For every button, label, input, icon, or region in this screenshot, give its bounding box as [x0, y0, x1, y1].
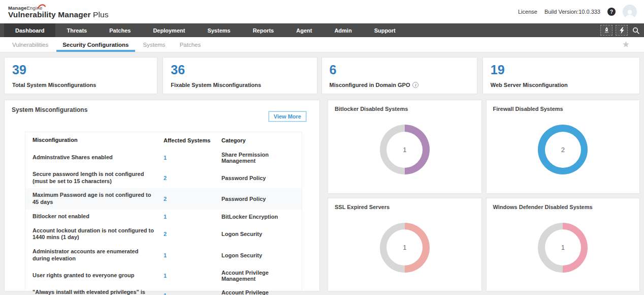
chart-title: Bitlocker Disabled Systems — [335, 106, 475, 112]
nav-tab-systems[interactable]: Systems — [196, 23, 241, 37]
donut-chart[interactable]: 2 — [538, 125, 588, 174]
favorite-star-icon[interactable]: ★ — [622, 39, 630, 50]
table-row: Adminstrative Shares enabled1Share Permi… — [25, 148, 302, 167]
dashboard-content: 39Total System Misconfigurations36Fixabl… — [0, 52, 644, 291]
affected-systems-link[interactable]: 1 — [164, 252, 167, 258]
category-cell: Account Privilege Management — [221, 270, 302, 282]
donut-center-value: 1 — [387, 229, 423, 266]
misconfiguration-name: User rights granted to everyone group — [25, 272, 164, 279]
sub-nav: VulnerabilitiesSecurity ConfigurationsSy… — [0, 37, 644, 52]
misconfiguration-name: Account lockout duration is not configur… — [25, 227, 164, 242]
view-more-button[interactable]: View More — [269, 111, 306, 122]
search-icon[interactable] — [631, 27, 641, 34]
donut-center-value: 1 — [545, 229, 581, 266]
whats-new-rocket-icon[interactable] — [600, 25, 613, 36]
stat-value: 39 — [12, 63, 149, 77]
donut-chart-area: 1 — [493, 210, 633, 286]
table-header-row: Misconfiguration Affected Systems Catego… — [25, 132, 302, 148]
affected-systems-cell: 2 — [164, 175, 221, 181]
affected-systems-cell: 1 — [164, 214, 221, 220]
nav-tab-admin[interactable]: Admin — [323, 23, 363, 37]
affected-systems-cell: 1 — [164, 252, 221, 258]
stat-label: Misconfigured in Domain GPOi — [330, 82, 469, 88]
donut-center-value: 2 — [545, 132, 581, 168]
stat-label: Total System Misconfigurations — [12, 82, 149, 88]
col-header-misconfiguration: Misconfiguration — [25, 137, 164, 144]
misconfiguration-name: Secure password length is not configured… — [25, 171, 164, 185]
nav-tab-threats[interactable]: Threats — [55, 23, 98, 37]
stat-value: 19 — [491, 63, 632, 77]
nav-tab-deployment[interactable]: Deployment — [142, 23, 196, 37]
table-row: Bitlocker not enabled1BitLocker Encrypti… — [25, 210, 302, 224]
misconfigurations-table: Misconfiguration Affected Systems Catego… — [25, 132, 302, 295]
affected-systems-link[interactable]: 1 — [164, 273, 167, 279]
chart-title: Windows Defender Disabled Systems — [493, 204, 633, 210]
donut-chart[interactable]: 1 — [538, 223, 588, 273]
affected-systems-link[interactable]: 2 — [164, 175, 167, 181]
help-icon[interactable]: ? — [607, 8, 616, 16]
donut-chart[interactable]: 1 — [380, 223, 430, 273]
panel-title: System Misconfigurations — [12, 106, 312, 113]
nav-tab-reports[interactable]: Reports — [242, 23, 285, 37]
affected-systems-cell: 1 — [164, 273, 221, 279]
chart-panel-ssl-expired-servers: SSL Expired Servers1 — [328, 198, 482, 292]
table-row: Administrator accounts are enumerated du… — [25, 245, 302, 266]
table-row: Secure password length is not configured… — [25, 167, 302, 189]
donut-chart[interactable]: 1 — [380, 125, 430, 174]
charts-grid: Bitlocker Disabled Systems1Firewall Disa… — [328, 100, 640, 291]
nav-tab-agent[interactable]: Agent — [285, 23, 323, 37]
misconfiguration-name: Bitlocker not enabled — [25, 213, 164, 220]
avatar[interactable] — [623, 5, 637, 19]
affected-systems-cell: 1 — [164, 155, 221, 161]
stat-card-misconfigured-in-domain-gpo[interactable]: 6Misconfigured in Domain GPOi — [321, 57, 477, 94]
affected-systems-cell: 2 — [164, 231, 221, 237]
affected-systems-link[interactable]: 1 — [164, 214, 167, 220]
quick-actions-lightning-icon[interactable] — [616, 25, 628, 36]
main-nav: DashboardThreatsPatchesDeploymentSystems… — [0, 23, 644, 37]
brand-logo: ManageEngine Vulnerability Manager Plus — [8, 5, 109, 19]
donut-chart-area: 1 — [335, 210, 475, 286]
affected-systems-link[interactable]: 1 — [164, 292, 167, 295]
subnav-tab-systems[interactable]: Systems — [136, 37, 173, 52]
affected-systems-cell: 1 — [164, 292, 221, 295]
brand-product-name: Vulnerability Manager Plus — [8, 10, 109, 19]
stat-card-fixable-system-misconfigurations[interactable]: 36Fixable System Misconfigurations — [163, 57, 317, 94]
stat-label: Fixable System Misconfigurations — [171, 82, 309, 88]
table-row: Maximum Password age is not configured t… — [25, 188, 302, 210]
chart-title: SSL Expired Servers — [335, 204, 475, 210]
category-cell: Password Policy — [221, 175, 302, 181]
user-silhouette-icon — [624, 9, 635, 19]
subnav-tab-vulnerabilities[interactable]: Vulnerabilities — [5, 37, 55, 52]
table-row: Account lockout duration is not configur… — [25, 224, 302, 245]
col-header-category: Category — [221, 137, 302, 143]
stat-card-web-server-misconfiguration[interactable]: 19Web Server Misconfiguration — [482, 57, 640, 94]
misconfiguration-name: Adminstrative Shares enabled — [25, 154, 164, 161]
nav-tab-dashboard[interactable]: Dashboard — [4, 23, 55, 37]
affected-systems-cell: 2 — [164, 196, 221, 202]
license-link[interactable]: License — [518, 9, 537, 15]
subnav-tab-security-configurations[interactable]: Security Configurations — [55, 37, 136, 52]
stat-value: 6 — [330, 63, 469, 77]
chart-panel-windows-defender-disabled-systems: Windows Defender Disabled Systems1 — [486, 198, 640, 292]
nav-tab-support[interactable]: Support — [363, 23, 407, 37]
category-cell: Password Policy — [221, 196, 302, 202]
category-cell: Logon Security — [221, 231, 302, 237]
affected-systems-link[interactable]: 2 — [164, 196, 167, 202]
affected-systems-link[interactable]: 1 — [164, 155, 167, 161]
donut-chart-area: 2 — [493, 112, 633, 188]
donut-chart-area: 1 — [335, 112, 475, 188]
nav-tab-patches[interactable]: Patches — [98, 23, 142, 37]
misconfiguration-name: Administrator accounts are enumerated du… — [25, 248, 164, 262]
affected-systems-link[interactable]: 2 — [164, 231, 167, 237]
brand-swoosh-icon — [37, 4, 46, 9]
chart-panel-firewall-disabled-systems: Firewall Disabled Systems2 — [486, 100, 640, 194]
category-cell: Account Privilege Management — [221, 289, 302, 295]
table-row: "Always install with elevated privileges… — [25, 285, 302, 295]
stat-value: 36 — [171, 63, 309, 77]
info-icon[interactable]: i — [412, 82, 418, 88]
build-version-text: Build Version:10.0.333 — [544, 9, 600, 15]
subnav-tab-patches[interactable]: Patches — [173, 37, 208, 52]
stat-card-total-system-misconfigurations[interactable]: 39Total System Misconfigurations — [4, 57, 157, 94]
col-header-affected-systems: Affected Systems — [164, 137, 221, 143]
chart-title: Firewall Disabled Systems — [493, 106, 633, 112]
